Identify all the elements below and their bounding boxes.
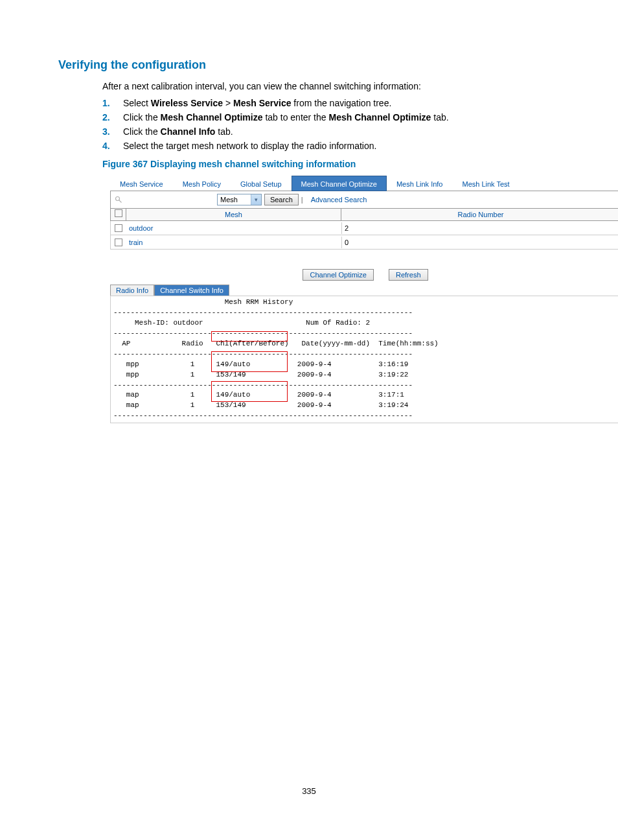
step-list: 1.Select Wireless Service > Mesh Service… <box>102 98 560 151</box>
step-num: 1. <box>102 98 123 108</box>
tab-mesh-link-test[interactable]: Mesh Link Test <box>452 176 519 191</box>
sub-tab-channel-switch-info[interactable]: Channel Switch Info <box>154 285 229 296</box>
step-text: Select Wireless Service > Mesh Service f… <box>123 98 560 108</box>
mesh-name-cell: train <box>126 237 341 248</box>
row-checkbox[interactable] <box>115 224 122 232</box>
table-row[interactable]: train 0 <box>110 235 618 250</box>
action-bar: Channel Optimize Refresh <box>110 250 618 285</box>
row-checkbox[interactable] <box>115 239 122 246</box>
channel-optimize-button[interactable]: Channel Optimize <box>303 269 373 281</box>
table-row[interactable]: outdoor 2 <box>110 221 618 235</box>
step-text: Click the Mesh Channel Optimize tab to e… <box>123 112 560 122</box>
search-bar: Mesh ▾ Search | Advanced Search <box>110 191 618 209</box>
col-header-mesh[interactable]: Mesh <box>126 209 341 220</box>
main-tab-bar: Mesh Service Mesh Policy Global Setup Me… <box>110 176 618 191</box>
intro-text: After a next calibration interval, you c… <box>102 81 560 91</box>
advanced-search-link[interactable]: Advanced Search <box>308 196 367 204</box>
sub-tab-radio-info[interactable]: Radio Info <box>110 285 154 296</box>
section-title: Verifying the configuration <box>58 58 560 72</box>
search-type-select[interactable]: Mesh ▾ <box>217 194 262 205</box>
mesh-rrm-history: Mesh RRM History -----------------------… <box>110 296 618 423</box>
svg-line-1 <box>119 200 122 203</box>
highlight-box-3 <box>211 381 288 402</box>
tab-mesh-service[interactable]: Mesh Service <box>110 176 173 191</box>
radio-number-cell: 2 <box>341 222 618 234</box>
screenshot-panel: Mesh Service Mesh Policy Global Setup Me… <box>110 176 618 423</box>
col-header-radio[interactable]: Radio Number <box>341 209 618 220</box>
step-text: Click the Channel Info tab. <box>123 126 560 137</box>
radio-number-cell: 0 <box>341 237 618 248</box>
svg-point-0 <box>116 197 120 201</box>
history-container: Mesh RRM History -----------------------… <box>110 296 618 423</box>
select-value: Mesh <box>218 196 251 204</box>
figure-caption: Figure 367 Displaying mesh channel switc… <box>102 159 560 169</box>
chevron-down-icon: ▾ <box>251 194 261 205</box>
refresh-button[interactable]: Refresh <box>389 269 428 281</box>
tab-mesh-link-info[interactable]: Mesh Link Info <box>387 176 453 191</box>
select-all-checkbox[interactable] <box>115 209 122 217</box>
tab-mesh-channel-optimize[interactable]: Mesh Channel Optimize <box>292 176 387 191</box>
step-num: 2. <box>102 112 123 122</box>
step-num: 4. <box>102 141 123 151</box>
highlight-box-1 <box>211 331 288 342</box>
sub-tab-bar: Radio Info Channel Switch Info <box>110 285 618 296</box>
mesh-name-cell: outdoor <box>126 222 341 234</box>
search-input[interactable] <box>125 194 214 205</box>
page-number: 335 <box>58 786 560 796</box>
search-button[interactable]: Search <box>264 194 299 205</box>
highlight-box-2 <box>211 351 288 372</box>
search-icon <box>115 196 122 204</box>
step-num: 3. <box>102 126 123 137</box>
tab-global-setup[interactable]: Global Setup <box>231 176 292 191</box>
step-text: Select the target mesh network to displa… <box>123 141 560 151</box>
tab-mesh-policy[interactable]: Mesh Policy <box>173 176 231 191</box>
grid-header: Mesh Radio Number <box>110 209 618 221</box>
